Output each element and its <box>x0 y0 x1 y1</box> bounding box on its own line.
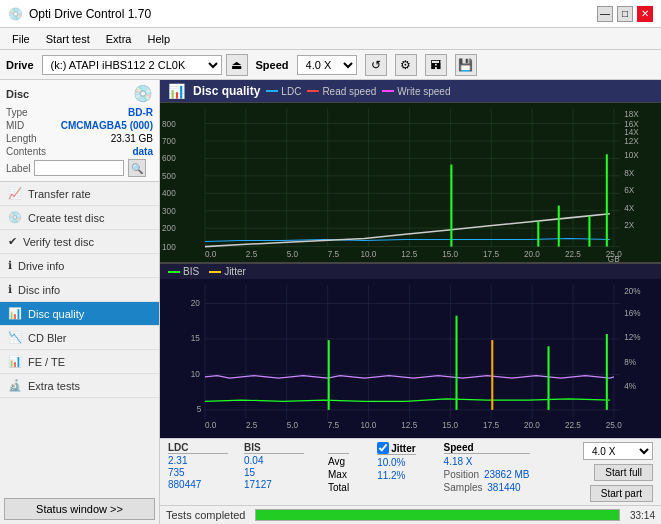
time-text: 33:14 <box>630 510 655 521</box>
fe-te-icon: 📊 <box>8 355 22 368</box>
transfer-rate-icon: 📈 <box>8 187 22 200</box>
disc-length-value: 23.31 GB <box>111 133 153 144</box>
charts-area: 800 700 600 500 400 300 200 100 18X 16X … <box>160 103 661 438</box>
svg-text:20.0: 20.0 <box>524 420 540 431</box>
chart-header: 📊 Disc quality LDC Read speed Write spee… <box>160 80 661 103</box>
refresh-button[interactable]: ↺ <box>365 54 387 76</box>
start-full-button[interactable]: Start full <box>594 464 653 481</box>
disc-quality-label: Disc quality <box>28 308 84 320</box>
svg-text:8X: 8X <box>624 169 635 178</box>
svg-text:600: 600 <box>162 154 176 163</box>
menu-bar: File Start test Extra Help <box>0 28 661 50</box>
disc-label-input[interactable] <box>34 160 124 176</box>
sidebar-item-fe-te[interactable]: 📊 FE / TE <box>0 350 159 374</box>
speed-select-dropdown[interactable]: 4.0 X <box>583 442 653 460</box>
sidebar: Disc 💿 Type BD-R MID CMCMAGBA5 (000) Len… <box>0 80 160 524</box>
disc-mid-label: MID <box>6 120 24 131</box>
disc-icon: 💿 <box>133 84 153 103</box>
disc-label-button[interactable]: 🔍 <box>128 159 146 177</box>
svg-text:4X: 4X <box>624 204 635 213</box>
row-headers-blank <box>328 442 349 454</box>
svg-text:15.0: 15.0 <box>442 420 458 431</box>
legend-write-speed: Write speed <box>382 86 450 97</box>
write-speed-label: Write speed <box>397 86 450 97</box>
verify-test-disc-label: Verify test disc <box>23 236 94 248</box>
svg-text:GB: GB <box>608 255 620 262</box>
drive-select-group: (k:) ATAPI iHBS112 2 CL0K ⏏ <box>42 54 248 76</box>
minimize-button[interactable]: — <box>597 6 613 22</box>
svg-text:20.0: 20.0 <box>524 250 540 259</box>
status-window-button[interactable]: Status window >> <box>4 498 155 520</box>
jitter-color <box>209 271 221 273</box>
svg-text:10X: 10X <box>624 151 639 160</box>
toolbar: Drive (k:) ATAPI iHBS112 2 CL0K ⏏ Speed … <box>0 50 661 80</box>
transfer-rate-label: Transfer rate <box>28 188 91 200</box>
position-label: Position <box>444 469 480 480</box>
sidebar-item-disc-quality[interactable]: 📊 Disc quality <box>0 302 159 326</box>
drive-info-icon: ℹ <box>8 259 12 272</box>
ldc-avg: 2.31 <box>168 455 228 466</box>
svg-text:0.0: 0.0 <box>205 420 216 431</box>
title-bar-left: 💿 Opti Drive Control 1.70 <box>8 7 151 21</box>
disc-length-row: Length 23.31 GB <box>6 133 153 144</box>
drive-dropdown[interactable]: (k:) ATAPI iHBS112 2 CL0K <box>42 55 222 75</box>
create-test-disc-icon: 💿 <box>8 211 22 224</box>
speed-value-blue: 4.18 X <box>444 456 473 467</box>
settings-button[interactable]: ⚙ <box>395 54 417 76</box>
nav-items: 📈 Transfer rate 💿 Create test disc ✔ Ver… <box>0 182 159 494</box>
svg-text:0.0: 0.0 <box>205 250 217 259</box>
disc-info-label: Disc info <box>18 284 60 296</box>
speed-value: 4.18 X <box>444 456 530 467</box>
svg-text:12X: 12X <box>624 137 639 146</box>
svg-text:5.0: 5.0 <box>287 420 298 431</box>
bis-color <box>168 271 180 273</box>
bis-stats-col: BIS 0.04 15 17127 <box>244 442 304 490</box>
save-button[interactable]: 💾 <box>455 54 477 76</box>
sidebar-item-cd-bler[interactable]: 📉 CD Bler <box>0 326 159 350</box>
svg-text:7.5: 7.5 <box>328 420 339 431</box>
sidebar-item-disc-info[interactable]: ℹ Disc info <box>0 278 159 302</box>
disc-title: Disc <box>6 88 29 100</box>
sidebar-item-drive-info[interactable]: ℹ Drive info <box>0 254 159 278</box>
svg-text:2X: 2X <box>624 221 635 230</box>
close-button[interactable]: ✕ <box>637 6 653 22</box>
disc-quality-icon: 📊 <box>8 307 22 320</box>
svg-text:100: 100 <box>162 243 176 252</box>
app-title: Opti Drive Control 1.70 <box>29 7 151 21</box>
start-part-button[interactable]: Start part <box>590 485 653 502</box>
read-speed-label: Read speed <box>322 86 376 97</box>
speed-dropdown[interactable]: 4.0 X <box>297 55 357 75</box>
svg-text:300: 300 <box>162 207 176 216</box>
svg-rect-0 <box>160 103 661 262</box>
menu-file[interactable]: File <box>4 31 38 47</box>
upper-chart: 800 700 600 500 400 300 200 100 18X 16X … <box>160 103 661 263</box>
jitter-checkbox[interactable] <box>377 442 389 454</box>
menu-extra[interactable]: Extra <box>98 31 140 47</box>
maximize-button[interactable]: □ <box>617 6 633 22</box>
svg-text:12.5: 12.5 <box>401 250 417 259</box>
bis-avg: 0.04 <box>244 455 304 466</box>
speed-col-header: Speed <box>444 442 530 454</box>
title-bar: 💿 Opti Drive Control 1.70 — □ ✕ <box>0 0 661 28</box>
verify-test-disc-icon: ✔ <box>8 235 17 248</box>
sidebar-item-create-test-disc[interactable]: 💿 Create test disc <box>0 206 159 230</box>
svg-text:5: 5 <box>197 404 202 415</box>
total-row-label: Total <box>328 482 349 493</box>
svg-text:10.0: 10.0 <box>360 250 376 259</box>
sidebar-item-transfer-rate[interactable]: 📈 Transfer rate <box>0 182 159 206</box>
position-row: Position 23862 MB <box>444 469 530 480</box>
burn-button[interactable]: 🖬 <box>425 54 447 76</box>
title-bar-controls: — □ ✕ <box>597 6 653 22</box>
eject-button[interactable]: ⏏ <box>226 54 248 76</box>
disc-contents-row: Contents data <box>6 146 153 157</box>
ldc-total: 880447 <box>168 479 228 490</box>
sidebar-item-extra-tests[interactable]: 🔬 Extra tests <box>0 374 159 398</box>
fe-te-label: FE / TE <box>28 356 65 368</box>
extra-tests-label: Extra tests <box>28 380 80 392</box>
menu-start-test[interactable]: Start test <box>38 31 98 47</box>
svg-text:400: 400 <box>162 189 176 198</box>
sidebar-item-verify-test-disc[interactable]: ✔ Verify test disc <box>0 230 159 254</box>
menu-help[interactable]: Help <box>139 31 178 47</box>
app-icon: 💿 <box>8 7 23 21</box>
svg-text:20: 20 <box>191 297 200 308</box>
